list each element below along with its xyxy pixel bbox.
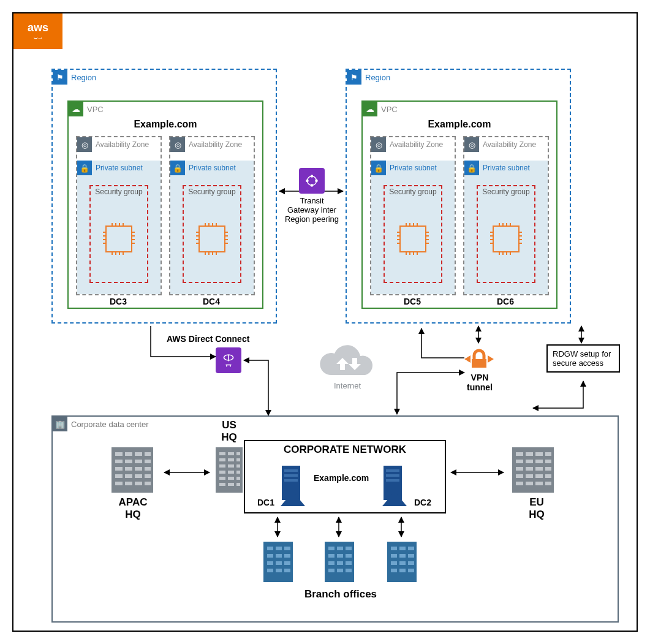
svg-rect-106: [346, 561, 352, 565]
svg-rect-87: [284, 547, 290, 550]
svg-rect-100: [346, 547, 352, 550]
svg-point-5: [311, 184, 314, 187]
vpc-icon: ☁: [363, 102, 377, 116]
transit-gateway-label: Transit Gateway inter Region peering: [284, 196, 339, 224]
vpc-right-label: VPC: [381, 105, 398, 114]
svg-rect-74: [526, 474, 533, 478]
svg-rect-99: [337, 547, 343, 550]
svg-rect-66: [526, 460, 533, 463]
svg-rect-33: [236, 452, 240, 455]
dc5-label: DC5: [391, 297, 434, 306]
svg-rect-50: [284, 469, 298, 472]
svg-rect-118: [399, 561, 406, 565]
az-left-2-label: Availability Zone: [189, 141, 242, 149]
arrow-branch-3: [397, 515, 406, 539]
svg-rect-86: [276, 547, 282, 550]
svg-rect-67: [535, 460, 543, 463]
arrow-branch-1: [273, 515, 282, 539]
arrow-vpn-to-corp: [393, 370, 467, 417]
dc1-label: DC1: [257, 498, 274, 507]
svg-rect-27: [135, 482, 142, 485]
svg-point-3: [306, 180, 309, 183]
svg-rect-76: [545, 474, 551, 478]
direct-connect-label: AWS Direct Connect: [167, 334, 249, 344]
arrow-directconnect-to-corp: [241, 357, 278, 418]
svg-rect-117: [391, 561, 397, 565]
svg-rect-19: [135, 467, 142, 471]
az-right-1-label: Availability Zone: [390, 141, 443, 149]
subnet-left-2: 🔒 Private subnet Security group: [170, 161, 254, 294]
lock-icon: 🔒: [77, 161, 92, 175]
corporate-datacenter: 🏢 Corporate data center APAC HQ US HQ: [51, 415, 619, 623]
rdgw-label: RDGW setup for secure access: [553, 349, 611, 368]
sg-right-1-label: Security group: [385, 186, 441, 196]
compute-icon: [493, 225, 520, 252]
rdgw-box: RDGW setup for secure access: [546, 344, 620, 373]
az-right-2: ◎ Availability Zone 🔒 Private subnet Sec…: [463, 136, 549, 295]
svg-rect-71: [535, 467, 543, 471]
az-right-1: ◎ Availability Zone 🔒 Private subnet Sec…: [370, 136, 456, 295]
sg-right-2-label: Security group: [478, 186, 534, 196]
svg-rect-105: [337, 561, 343, 565]
az-icon: ◎: [464, 137, 479, 152]
compute-icon: [399, 225, 426, 252]
subnet-right-1: 🔒 Private subnet Security group: [371, 161, 455, 294]
svg-rect-115: [399, 554, 406, 558]
svg-rect-103: [346, 554, 352, 558]
vpc-left-domain: Example.com: [69, 119, 262, 130]
lock-icon: 🔒: [170, 161, 185, 175]
svg-rect-114: [391, 554, 397, 558]
corp-label: Corporate data center: [71, 420, 148, 429]
svg-rect-109: [346, 569, 352, 572]
dc3-label: DC3: [97, 297, 140, 306]
svg-rect-9: [115, 452, 123, 456]
svg-rect-20: [145, 467, 151, 471]
svg-rect-41: [228, 471, 234, 474]
az-left-1-label: Availability Zone: [96, 141, 149, 149]
apac-hq-building-icon: [108, 445, 157, 497]
server-dc1-icon: [277, 466, 308, 508]
svg-rect-104: [328, 561, 334, 565]
svg-rect-57: [386, 479, 399, 482]
svg-rect-112: [399, 547, 406, 550]
svg-rect-119: [408, 561, 414, 565]
svg-rect-34: [219, 458, 225, 461]
apac-hq-label: APAC HQ: [114, 496, 152, 521]
vpc-icon: ☁: [69, 102, 83, 116]
region-right-label: Region: [365, 73, 390, 82]
svg-rect-51: [284, 474, 298, 477]
svg-rect-38: [228, 464, 234, 468]
region-flag-icon: ⚑: [53, 70, 67, 85]
svg-rect-94: [267, 569, 273, 572]
compute-icon: [105, 225, 132, 252]
svg-rect-63: [535, 452, 543, 456]
az-left-1: ◎ Availability Zone 🔒 Private subnet Sec…: [76, 136, 162, 295]
us-hq-building-icon: [214, 445, 244, 497]
svg-rect-121: [399, 569, 406, 572]
region-left: ⚑ Region ☁ VPC Example.com ◎ Availabilit…: [51, 69, 277, 324]
aws-logo: aws ⌣→: [13, 13, 62, 49]
svg-rect-120: [391, 569, 397, 572]
svg-rect-65: [516, 460, 523, 463]
svg-rect-79: [535, 482, 543, 485]
svg-rect-101: [328, 554, 334, 558]
vpc-right-domain: Example.com: [363, 119, 556, 130]
building-icon: 🏢: [53, 417, 67, 431]
eu-hq-building-icon: [508, 445, 557, 497]
svg-rect-116: [408, 554, 414, 558]
svg-rect-77: [516, 482, 523, 485]
dc2-label: DC2: [414, 498, 431, 507]
svg-rect-61: [516, 452, 523, 456]
svg-rect-21: [115, 474, 123, 478]
branch-building-3-icon: [385, 540, 419, 586]
arrow-vpn-to-region2: [418, 324, 467, 360]
sg-right-2: Security group: [477, 185, 535, 283]
region-right: ⚑ Region ☁ VPC Example.com ◎ Availabilit…: [346, 69, 571, 324]
svg-point-2: [311, 175, 314, 178]
corp-domain-label: Example.com: [314, 473, 369, 483]
svg-rect-56: [386, 474, 399, 477]
svg-rect-75: [535, 474, 543, 478]
branch-offices-label: Branch offices: [298, 588, 384, 600]
subnet-right-1-label: Private subnet: [390, 164, 437, 172]
vpc-right: ☁ VPC Example.com ◎ Availability Zone 🔒 …: [361, 100, 557, 309]
